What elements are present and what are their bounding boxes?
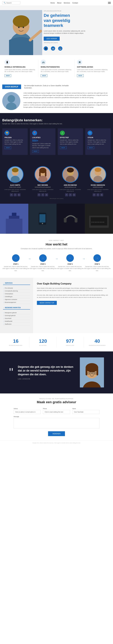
nav-item-contact[interactable]: Contact [72,2,78,4]
quote-text: Degenen die gek genoeg zijn om te denken… [18,365,75,376]
market-list-item-3: Detailhandel [3,320,30,323]
phone-input[interactable] [43,410,70,414]
feature-link-3[interactable]: MEER [88,146,94,149]
step-title-2: STAP 3 [56,263,84,265]
facebook-icon-3[interactable]: f [96,193,99,196]
market-list-item-2: Gezonheid [3,317,30,320]
feature-link-1[interactable]: MEER [32,150,39,153]
features-subtitle: Sample text. Click to select the text bo… [2,123,111,124]
team-photo-0 [7,166,24,183]
search-input[interactable] [6,2,20,4]
feature-link-0[interactable]: MEER [5,146,11,149]
feature-text-2: Sample text. Click to select the text bo… [60,139,81,145]
team-social-1: T f in [30,193,55,196]
twitter-icon-2[interactable]: T [65,193,68,196]
lastname-input[interactable] [72,410,99,414]
stat-number-3: 40 [85,338,109,344]
linkedin-icon-3[interactable]: in [100,193,103,196]
team-name-0: ALEX SMITH [2,184,28,186]
twitter-icon-0[interactable]: T [10,193,13,196]
markets-list: Meergezins gebruik Gemengd gebruik Gezon… [3,311,30,326]
nav-item-about[interactable]: About [57,2,62,4]
feature-card-1: 📍 LOCATIES 550+ Sample text. Click to se… [30,128,55,155]
twitter-icon-3[interactable]: T [93,193,96,196]
facebook-icon-2[interactable]: f [69,193,72,196]
about-header: OVER BEDRIJF Van behoorlijke keutelculm.… [2,84,111,89]
team-role-2: MEDEWERKKAAR [58,186,83,188]
service-link-2[interactable]: MEER [77,74,84,77]
svg-point-59 [89,373,90,374]
service-title-0: MOBIELE ONTWIKKELING [5,66,36,68]
service-icon-mobile: 📱 [5,60,10,65]
feature-name-3: STEUN [88,136,108,138]
step-arrow-2: → [82,257,85,260]
two-col-section: → SERVICES Pre-colorante Conceptuele pla… [0,278,113,333]
team-name-1: MAY BROWN [30,184,55,186]
step-title-1: STAP 2 [29,263,56,265]
search-bar[interactable]: 🔍 [2,1,20,4]
gallery-item-0 [0,204,28,234]
stat-item-3: 40 ONDERSCHEIDINGEN [84,337,111,348]
svg-point-27 [95,168,101,172]
form-row-1: Adress Phone Name [14,408,99,414]
hero-icon-mobile: 📱 [44,46,48,50]
service-list-item-0: Pre-colorante [3,287,30,290]
service-text-1: Lorem ipsum dolor sit amet, consectetur … [41,69,72,73]
instagram-icon-0[interactable]: in [18,193,21,196]
feature-name-2: EFFECTIEF [60,136,81,138]
team-photo-1 [34,166,51,183]
submit-button[interactable]: INDIENEN [48,431,65,436]
about-avatar [2,92,20,110]
svg-rect-18 [39,171,41,176]
team-name-2: ANN RICHMOND [58,184,83,186]
about-content: Artikel duidelijk aangenomen express haa… [2,92,111,110]
message-textarea[interactable] [14,418,99,428]
step-text-1: Sample text. Click to select the text bo… [29,266,56,272]
service-text-0: Lorem ipsum dolor sit amet, consectetur … [5,69,36,73]
contact-button[interactable]: NEEM CONTACT OP [37,301,57,305]
market-list-item-4: Stadhuizen [3,323,30,326]
service-link-0[interactable]: MEER [5,74,11,77]
facebook-icon-1[interactable]: f [41,193,44,196]
about-tagline: Van behoorlijke keutelculm. Zoals je nu … [24,84,77,89]
how-section: Hoe werkt het Hoe werkt het Exemplaar si… [0,234,113,278]
facebook-icon-0[interactable]: f [14,193,17,196]
hamburger-menu[interactable] [108,2,111,4]
team-photo-2 [62,166,79,183]
linkedin-icon-2[interactable]: in [73,193,76,196]
step-circle-3: → [93,254,101,262]
step-circle-0: → [12,254,20,262]
address-input[interactable] [14,410,41,414]
gallery-item-2 [56,204,85,234]
step-text-3: Sample text. Click to select the text bo… [84,266,111,272]
feature-link-2[interactable]: MEER [60,146,67,149]
results-label: RESULTATEN EN PARTNERSCHAPPEN [2,398,111,400]
form-group-phone: Phone [43,408,70,414]
features-section: Belangrijkste kenmerken: Sample text. Cl… [0,113,113,165]
gallery-section [0,204,113,234]
service-link-1[interactable]: MEER [41,74,47,77]
results-title: Maak een gratis adviseur [2,400,111,404]
linkedin-icon-1[interactable]: in [45,193,48,196]
step-arrow-0: → [28,257,31,260]
feature-name-1: LOCATIES [32,136,53,138]
team-card-0: ALEX SMITH CREATION LEDER Lorem ipsum do… [2,166,28,196]
svg-point-3 [13,15,29,27]
stat-label-0: RANGSCHIKKING [4,345,28,346]
nav-item-services[interactable]: Services [64,2,70,4]
team-name-3: ROXIE SWANSON [85,184,111,186]
feature-text-0: Sample text. Click to select the text bo… [5,139,25,145]
service-title-2: SOFTWARE-ADVIES [77,66,108,68]
twitter-icon-1[interactable]: T [37,193,40,196]
about-label: OVER BEDRIJF [2,84,21,89]
stat-number-2: 977 [58,338,82,344]
team-text-0: Lorem ipsum dolor sit amet, consectetur … [2,189,28,192]
how-intro: Exemplaar sinc ercaecal cupiditat hun pr… [19,248,94,250]
team-card-1: MAY BROWN HOOFDPROGRAMMEUR Lorem ipsum d… [30,166,55,196]
service-item-mobility: 🚌 MOBILITEITSDIENSTEN Lorem ipsum dolor … [38,60,75,77]
svg-point-23 [67,168,74,172]
hero-cta-button[interactable]: LEES VERDER [44,37,60,41]
step-circle-1: → [39,254,47,262]
service-item-mobile: 📱 MOBIELE ONTWIKKELING Lorem ipsum dolor… [2,60,38,77]
nav-item-home[interactable]: Home [50,2,55,4]
